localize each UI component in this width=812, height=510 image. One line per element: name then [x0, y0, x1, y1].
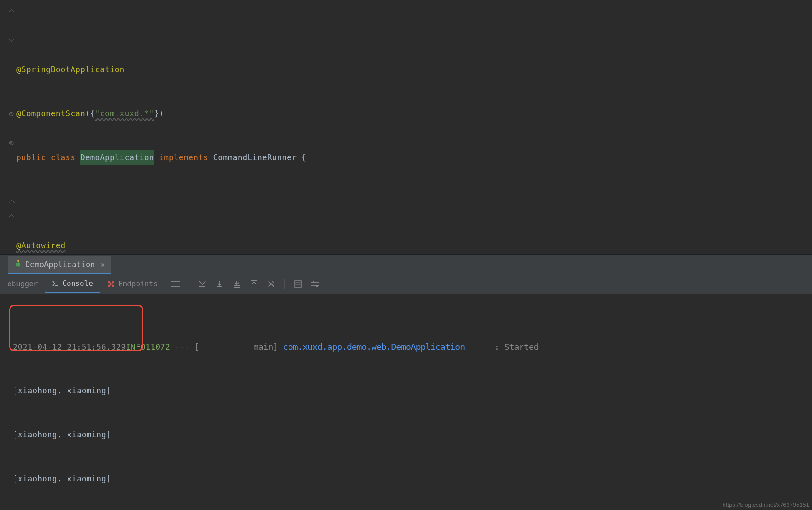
tab-debugger[interactable]: ebugger	[0, 275, 45, 293]
soft-wrap-icon[interactable]	[171, 280, 180, 288]
download-all-icon[interactable]	[233, 280, 241, 288]
editor-gutter: ⊕ ⊙	[0, 0, 16, 254]
code-editor[interactable]: ⊕ ⊙ @SpringBootApplication @ComponentSca…	[0, 0, 812, 254]
close-icon[interactable]: ×	[101, 260, 105, 269]
stdout-line: [xiaohong, xiaoming]	[13, 471, 111, 486]
clear-icon[interactable]	[267, 280, 275, 288]
console-icon	[52, 280, 59, 287]
upload-icon[interactable]	[250, 280, 258, 288]
calculator-icon[interactable]	[294, 280, 302, 288]
watermark-text: https://blog.csdn.net/x763795151	[722, 501, 809, 508]
svg-rect-15	[313, 281, 314, 283]
download-icon[interactable]	[215, 280, 224, 288]
stdout-line: [xiaohong, xiaoming]	[13, 383, 111, 398]
stdout-line: [xiaohong, xiaoming]	[13, 427, 111, 442]
fold-marker-icon[interactable]	[9, 214, 14, 218]
annotation-autowired: @Autowired	[16, 238, 65, 253]
spring-boot-icon	[15, 261, 22, 268]
console-output[interactable]: 2021-04-12 21:51:56.329 INFO 11072 --- […	[0, 294, 812, 510]
fold-marker-icon[interactable]	[9, 38, 14, 43]
run-config-tab[interactable]: DemoApplication ×	[8, 256, 111, 274]
annotation: @SpringBootApplication	[16, 62, 124, 77]
scroll-to-end-icon[interactable]	[198, 280, 206, 288]
run-tab-bar: DemoApplication ×	[0, 254, 812, 274]
endpoints-icon	[108, 280, 115, 288]
annotation: @ComponentScan	[16, 106, 85, 121]
class-name-highlighted: DemoApplication	[80, 150, 154, 165]
run-config-title: DemoApplication	[25, 260, 95, 269]
svg-rect-17	[316, 285, 318, 287]
code-content[interactable]: @SpringBootApplication @ComponentScan({"…	[16, 0, 812, 254]
tab-console[interactable]: Console	[45, 275, 100, 293]
tab-endpoints[interactable]: Endpoints	[100, 275, 165, 293]
debug-toolbar: ebugger Console Endpoints	[0, 274, 812, 294]
fold-marker-icon[interactable]	[9, 199, 14, 204]
settings-icon[interactable]	[311, 280, 319, 288]
fold-marker-icon[interactable]	[9, 9, 14, 13]
